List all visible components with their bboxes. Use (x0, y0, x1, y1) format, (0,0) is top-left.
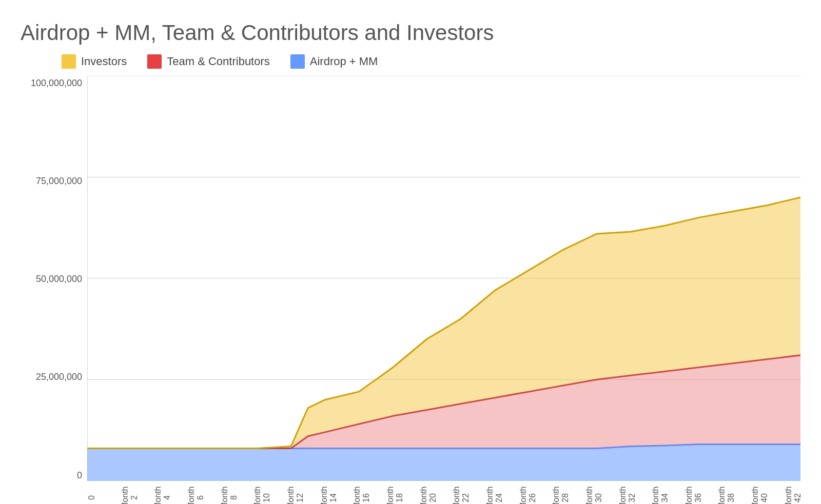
legend-item-team: Team & Contributors (147, 54, 270, 69)
x-label-6: Month 12 (286, 484, 303, 504)
y-label-25m: 25,000,000 (36, 372, 82, 382)
x-label-8: Month 16 (353, 484, 369, 504)
y-axis: 100,000,000 75,000,000 50,000,000 25,000… (21, 76, 87, 504)
legend-color-investors (62, 54, 76, 69)
airdrop-area (87, 445, 800, 481)
y-label-75m: 75,000,000 (36, 176, 82, 187)
x-label-17: Month 34 (651, 484, 668, 504)
legend-label-airdrop: Airdrop + MM (310, 55, 378, 68)
x-label-4: Month 8 (220, 484, 237, 504)
x-label-7: Month 14 (320, 484, 336, 504)
x-label-16: Month 32 (618, 484, 635, 504)
x-label-1: Month 2 (121, 484, 137, 504)
chart-svg-container (87, 76, 800, 481)
x-label-15: Month 30 (585, 484, 601, 504)
x-label-21: Month 42 (784, 484, 800, 504)
y-label-0: 0 (77, 470, 82, 481)
legend-color-airdrop (290, 54, 305, 69)
x-label-11: Month 22 (452, 484, 468, 504)
x-label-19: Month 38 (717, 484, 734, 504)
x-label-13: Month 26 (519, 484, 535, 504)
main-chart-svg (87, 76, 800, 481)
x-label-5: Month 10 (253, 484, 269, 504)
legend-item-investors: Investors (62, 54, 127, 69)
x-label-14: Month 28 (552, 484, 568, 504)
x-label-3: Month 6 (187, 484, 203, 504)
x-label-0: 0 (87, 484, 104, 504)
legend-item-airdrop: Airdrop + MM (290, 54, 378, 69)
y-label-100m: 100,000,000 (31, 78, 82, 89)
legend-label-team: Team & Contributors (167, 55, 270, 68)
x-label-2: Month 4 (153, 484, 170, 504)
y-label-50m: 50,000,000 (36, 274, 82, 285)
x-label-20: Month 40 (751, 484, 767, 504)
x-label-18: Month 36 (685, 484, 701, 504)
x-label-12: Month 24 (485, 484, 502, 504)
legend: Investors Team & Contributors Airdrop + … (62, 54, 378, 69)
x-axis: 0Month 2Month 4Month 6Month 8Month 10Mon… (87, 481, 800, 504)
legend-color-team (147, 54, 162, 69)
chart-title: Airdrop + MM, Team & Contributors and In… (21, 21, 494, 45)
x-label-10: Month 20 (419, 484, 436, 504)
chart-area: 100,000,000 75,000,000 50,000,000 25,000… (21, 76, 800, 504)
legend-label-investors: Investors (81, 55, 127, 68)
chart-plot-wrapper: 0Month 2Month 4Month 6Month 8Month 10Mon… (87, 76, 800, 504)
x-label-9: Month 18 (386, 484, 402, 504)
